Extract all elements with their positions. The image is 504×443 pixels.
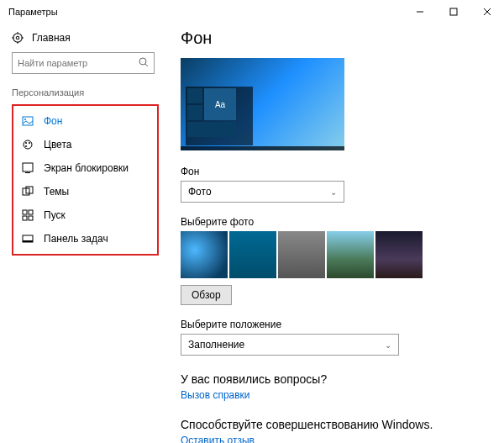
section-header: Персонализация — [12, 87, 164, 98]
maximize-button[interactable] — [437, 0, 470, 24]
svg-rect-19 — [25, 172, 30, 173]
svg-point-16 — [29, 142, 30, 144]
svg-rect-1 — [450, 8, 457, 15]
photo-thumbnails — [181, 231, 487, 278]
background-type-value: Фото — [188, 186, 212, 198]
preview-start-menu: Aa — [186, 87, 253, 145]
fit-select[interactable]: Заполнение ⌄ — [181, 334, 399, 356]
search-input[interactable] — [18, 58, 139, 68]
sidebar-item-background[interactable]: Фон — [13, 109, 157, 133]
choose-photo-label: Выберите фото — [181, 216, 487, 228]
sidebar-item-colors[interactable]: Цвета — [13, 133, 157, 156]
search-input-container[interactable] — [12, 52, 155, 74]
svg-point-13 — [24, 119, 26, 120]
svg-rect-22 — [23, 210, 27, 214]
photo-thumb-2[interactable] — [229, 231, 276, 278]
picture-icon — [22, 115, 34, 127]
window-controls — [403, 0, 504, 24]
desktop-preview: Aa — [181, 58, 344, 150]
preview-sample-text: Aa — [204, 88, 236, 120]
page-title: Фон — [181, 29, 487, 48]
sidebar-item-label: Цвета — [44, 139, 71, 150]
svg-rect-12 — [23, 117, 33, 125]
svg-rect-24 — [23, 216, 27, 220]
chevron-down-icon: ⌄ — [330, 187, 337, 197]
home-link[interactable]: Главная — [12, 32, 164, 44]
photo-thumb-3[interactable] — [278, 231, 325, 278]
feedback-link[interactable]: Оставить отзыв — [181, 435, 255, 443]
fit-label: Выберите положение — [181, 319, 487, 330]
svg-point-14 — [24, 140, 32, 149]
sidebar: Главная Персонализация Фон Цвета Экран б… — [0, 24, 164, 443]
preview-taskbar — [181, 146, 344, 150]
sidebar-item-label: Панель задач — [44, 233, 108, 245]
svg-point-10 — [139, 58, 146, 65]
window-title: Параметры — [8, 7, 58, 17]
svg-line-11 — [145, 64, 148, 66]
feedback-section: Способствуйте совершенствованию Windows.… — [181, 418, 487, 443]
photo-thumb-4[interactable] — [327, 231, 374, 278]
main-content: Фон Aa Фон Фото ⌄ Выберите фото Обзор Вы… — [164, 24, 504, 443]
sidebar-item-label: Пуск — [44, 209, 66, 221]
start-icon — [22, 209, 34, 221]
minimize-button[interactable] — [403, 0, 437, 24]
nav-highlight-box: Фон Цвета Экран блокировки Темы Пуск Пан… — [12, 104, 159, 256]
close-button[interactable] — [470, 0, 504, 24]
home-label: Главная — [32, 32, 71, 44]
sidebar-item-start[interactable]: Пуск — [13, 203, 157, 227]
photo-thumb-5[interactable] — [375, 231, 423, 278]
sidebar-item-label: Темы — [44, 186, 69, 198]
chevron-down-icon: ⌄ — [385, 340, 391, 350]
svg-rect-27 — [23, 240, 33, 242]
sidebar-item-label: Экран блокировки — [44, 162, 129, 174]
lockscreen-icon — [22, 162, 34, 174]
palette-icon — [22, 139, 34, 150]
background-label: Фон — [181, 166, 487, 177]
sidebar-item-label: Фон — [44, 115, 62, 127]
feedback-title: Способствуйте совершенствованию Windows. — [181, 418, 487, 431]
search-icon — [139, 57, 149, 70]
gear-icon — [12, 32, 24, 44]
taskbar-icon — [22, 233, 34, 245]
svg-point-17 — [25, 145, 27, 147]
sidebar-item-taskbar[interactable]: Панель задач — [13, 227, 157, 251]
help-link[interactable]: Вызов справки — [181, 389, 250, 401]
svg-rect-25 — [29, 216, 33, 220]
sidebar-item-lockscreen[interactable]: Экран блокировки — [13, 156, 157, 180]
background-type-select[interactable]: Фото ⌄ — [181, 181, 344, 203]
themes-icon — [22, 186, 34, 198]
titlebar: Параметры — [0, 0, 504, 24]
browse-button[interactable]: Обзор — [181, 285, 232, 305]
svg-point-5 — [16, 36, 19, 40]
svg-point-15 — [25, 142, 27, 144]
fit-value: Заполнение — [188, 339, 244, 351]
photo-thumb-1[interactable] — [181, 231, 228, 278]
svg-rect-18 — [23, 163, 33, 171]
svg-rect-23 — [29, 210, 33, 214]
sidebar-item-themes[interactable]: Темы — [13, 180, 157, 203]
questions-title: У вас появились вопросы? — [181, 372, 487, 386]
help-section: У вас появились вопросы? Вызов справки — [181, 372, 487, 401]
svg-point-4 — [13, 34, 23, 43]
